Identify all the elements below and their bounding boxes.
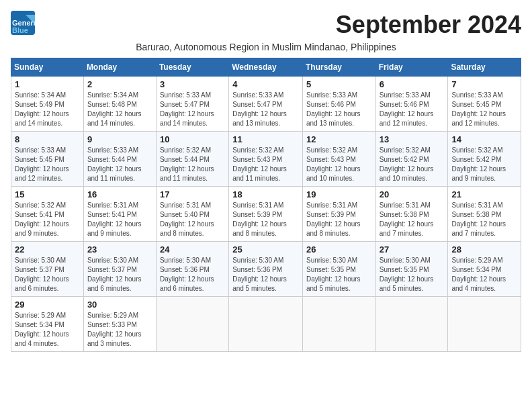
calendar-cell: 14Sunrise: 5:32 AMSunset: 5:42 PMDayligh… [448,132,521,187]
day-number: 16 [87,189,152,199]
calendar-cell: 10Sunrise: 5:32 AMSunset: 5:44 PMDayligh… [156,132,228,187]
calendar-cell: 16Sunrise: 5:31 AMSunset: 5:41 PMDayligh… [83,187,156,242]
day-number: 5 [306,79,372,89]
day-number: 18 [232,189,299,199]
day-number: 19 [306,189,372,199]
day-number: 8 [15,134,80,144]
day-number: 9 [87,134,152,144]
dow-header-thursday: Thursday [302,58,375,77]
calendar-cell: 17Sunrise: 5:31 AMSunset: 5:40 PMDayligh… [156,187,228,242]
calendar-cell: 28Sunrise: 5:29 AMSunset: 5:34 PMDayligh… [448,242,521,297]
day-info: Sunrise: 5:31 AMSunset: 5:38 PMDaylight:… [451,201,517,238]
day-info: Sunrise: 5:32 AMSunset: 5:43 PMDaylight:… [306,146,372,183]
calendar-cell [156,297,228,352]
day-info: Sunrise: 5:30 AMSunset: 5:35 PMDaylight:… [380,256,445,293]
day-info: Sunrise: 5:31 AMSunset: 5:38 PMDaylight:… [380,201,445,238]
day-number: 3 [160,79,225,89]
calendar-cell [375,297,448,352]
week-row-4: 22Sunrise: 5:30 AMSunset: 5:37 PMDayligh… [11,242,521,297]
month-title: September 2024 [336,11,521,39]
day-number: 11 [232,134,299,144]
calendar-cell: 23Sunrise: 5:30 AMSunset: 5:37 PMDayligh… [83,242,156,297]
day-info: Sunrise: 5:34 AMSunset: 5:49 PMDaylight:… [15,91,80,128]
day-info: Sunrise: 5:31 AMSunset: 5:41 PMDaylight:… [87,201,152,238]
day-number: 17 [160,189,225,199]
calendar-cell: 19Sunrise: 5:31 AMSunset: 5:39 PMDayligh… [302,187,375,242]
dow-header-wednesday: Wednesday [229,58,303,77]
day-info: Sunrise: 5:30 AMSunset: 5:37 PMDaylight:… [87,256,152,293]
calendar: SundayMondayTuesdayWednesdayThursdayFrid… [11,58,521,352]
calendar-cell [302,297,375,352]
day-number: 14 [451,134,517,144]
day-info: Sunrise: 5:29 AMSunset: 5:33 PMDaylight:… [87,311,152,349]
calendar-cell: 6Sunrise: 5:33 AMSunset: 5:46 PMDaylight… [375,77,448,132]
day-info: Sunrise: 5:33 AMSunset: 5:47 PMDaylight:… [232,91,299,128]
day-info: Sunrise: 5:30 AMSunset: 5:36 PMDaylight:… [232,256,299,293]
dow-header-tuesday: Tuesday [156,58,228,77]
calendar-cell: 11Sunrise: 5:32 AMSunset: 5:43 PMDayligh… [229,132,303,187]
calendar-cell: 7Sunrise: 5:33 AMSunset: 5:45 PMDaylight… [448,77,521,132]
calendar-cell: 8Sunrise: 5:33 AMSunset: 5:45 PMDaylight… [11,132,84,187]
calendar-cell: 21Sunrise: 5:31 AMSunset: 5:38 PMDayligh… [448,187,521,242]
calendar-cell: 20Sunrise: 5:31 AMSunset: 5:38 PMDayligh… [375,187,448,242]
day-number: 4 [232,79,299,89]
calendar-cell [229,297,303,352]
day-number: 15 [15,189,80,199]
svg-text:Blue: Blue [12,26,28,34]
calendar-cell: 22Sunrise: 5:30 AMSunset: 5:37 PMDayligh… [11,242,84,297]
day-number: 20 [380,189,445,199]
dow-header-saturday: Saturday [448,58,521,77]
day-info: Sunrise: 5:30 AMSunset: 5:37 PMDaylight:… [15,256,80,293]
calendar-cell: 9Sunrise: 5:33 AMSunset: 5:44 PMDaylight… [83,132,156,187]
dow-header-monday: Monday [83,58,156,77]
day-number: 1 [15,79,80,89]
day-info: Sunrise: 5:34 AMSunset: 5:48 PMDaylight:… [87,91,152,128]
dow-header-friday: Friday [375,58,448,77]
calendar-cell: 3Sunrise: 5:33 AMSunset: 5:47 PMDaylight… [156,77,228,132]
day-info: Sunrise: 5:32 AMSunset: 5:44 PMDaylight:… [160,146,225,183]
calendar-cell: 1Sunrise: 5:34 AMSunset: 5:49 PMDaylight… [11,77,84,132]
calendar-cell: 15Sunrise: 5:32 AMSunset: 5:41 PMDayligh… [11,187,84,242]
calendar-cell: 12Sunrise: 5:32 AMSunset: 5:43 PMDayligh… [302,132,375,187]
day-info: Sunrise: 5:31 AMSunset: 5:39 PMDaylight:… [232,201,299,238]
week-row-2: 8Sunrise: 5:33 AMSunset: 5:45 PMDaylight… [11,132,521,187]
dow-header-sunday: Sunday [11,58,84,77]
calendar-cell: 13Sunrise: 5:32 AMSunset: 5:42 PMDayligh… [375,132,448,187]
calendar-cell: 30Sunrise: 5:29 AMSunset: 5:33 PMDayligh… [83,297,156,352]
header: General Blue September 2024 [11,11,521,39]
day-number: 22 [15,244,80,255]
calendar-cell [448,297,521,352]
week-row-5: 29Sunrise: 5:29 AMSunset: 5:34 PMDayligh… [11,297,521,352]
calendar-cell: 24Sunrise: 5:30 AMSunset: 5:36 PMDayligh… [156,242,228,297]
day-info: Sunrise: 5:29 AMSunset: 5:34 PMDaylight:… [15,311,80,349]
day-number: 10 [160,134,225,144]
calendar-cell: 5Sunrise: 5:33 AMSunset: 5:46 PMDaylight… [302,77,375,132]
logo: General Blue [11,11,35,35]
day-number: 27 [380,244,445,255]
day-info: Sunrise: 5:33 AMSunset: 5:46 PMDaylight:… [380,91,445,128]
day-info: Sunrise: 5:32 AMSunset: 5:42 PMDaylight:… [451,146,517,183]
day-number: 2 [87,79,152,89]
calendar-cell: 26Sunrise: 5:30 AMSunset: 5:35 PMDayligh… [302,242,375,297]
day-info: Sunrise: 5:32 AMSunset: 5:43 PMDaylight:… [232,146,299,183]
calendar-cell: 18Sunrise: 5:31 AMSunset: 5:39 PMDayligh… [229,187,303,242]
day-number: 28 [451,244,517,255]
day-number: 7 [451,79,517,89]
calendar-cell: 25Sunrise: 5:30 AMSunset: 5:36 PMDayligh… [229,242,303,297]
subtitle: Barurao, Autonomous Region in Muslim Min… [11,42,521,52]
day-info: Sunrise: 5:33 AMSunset: 5:46 PMDaylight:… [306,91,372,128]
day-info: Sunrise: 5:31 AMSunset: 5:40 PMDaylight:… [160,201,225,238]
day-number: 6 [380,79,445,89]
day-number: 25 [232,244,299,255]
day-number: 30 [87,300,152,310]
day-number: 26 [306,244,372,255]
day-number: 12 [306,134,372,144]
day-number: 29 [15,300,80,310]
day-info: Sunrise: 5:32 AMSunset: 5:42 PMDaylight:… [380,146,445,183]
week-row-3: 15Sunrise: 5:32 AMSunset: 5:41 PMDayligh… [11,187,521,242]
day-info: Sunrise: 5:32 AMSunset: 5:41 PMDaylight:… [15,201,80,238]
day-info: Sunrise: 5:33 AMSunset: 5:44 PMDaylight:… [87,146,152,183]
day-info: Sunrise: 5:33 AMSunset: 5:45 PMDaylight:… [15,146,80,183]
day-info: Sunrise: 5:33 AMSunset: 5:47 PMDaylight:… [160,91,225,128]
calendar-cell: 27Sunrise: 5:30 AMSunset: 5:35 PMDayligh… [375,242,448,297]
